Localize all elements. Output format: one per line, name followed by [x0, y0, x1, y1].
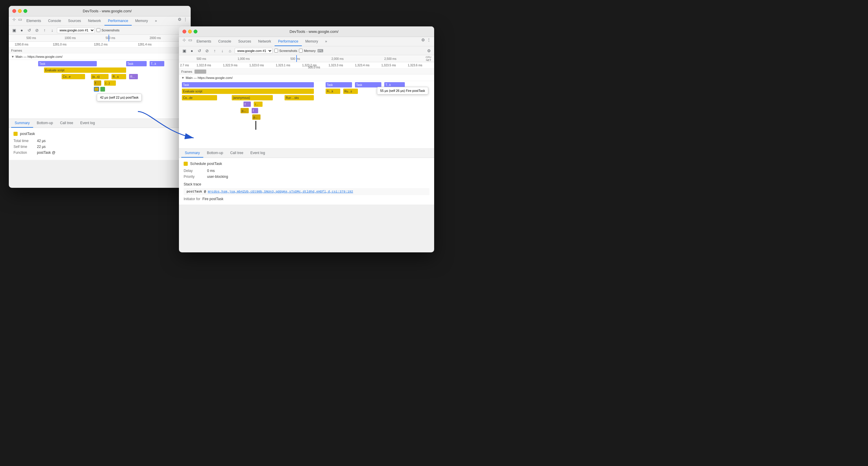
tab-sources-2[interactable]: Sources: [235, 37, 255, 46]
flame-chart-2[interactable]: Task Task Task T...k Evaluate script Fi.…: [179, 81, 434, 148]
maximize-button-2[interactable]: [194, 30, 197, 33]
tab-sources-1[interactable]: Sources: [65, 17, 85, 26]
close-button-2[interactable]: [182, 30, 186, 33]
url-select-2[interactable]: www.google.com #1: [235, 48, 273, 54]
small-vert-bar: [255, 121, 256, 130]
panel-icon-2[interactable]: ▣: [181, 48, 187, 54]
tab-calltree-1[interactable]: Call tree: [57, 119, 77, 128]
tooltip-1: 42 µs (self 22 µs) postTask: [97, 94, 142, 101]
initiator-row: Initiator for Fire postTask: [184, 197, 430, 201]
tab-calltree-2[interactable]: Call tree: [227, 149, 247, 157]
tab-performance-2[interactable]: Performance: [275, 37, 302, 46]
tab-elements-1[interactable]: Elements: [23, 17, 44, 26]
upload-icon[interactable]: ↑: [42, 27, 48, 33]
clear-icon-2[interactable]: ⊘: [204, 48, 210, 54]
tab-performance-1[interactable]: Performance: [104, 17, 132, 26]
cursor-icon-2[interactable]: ⊹: [181, 37, 187, 43]
ruler-label-500: 500 ms: [26, 36, 36, 39]
task-bar-main[interactable]: Task: [182, 82, 314, 87]
settings-icon-1[interactable]: ⚙: [177, 17, 182, 22]
tab-eventlog-1[interactable]: Event log: [76, 119, 98, 128]
maximize-button-1[interactable]: [24, 9, 27, 13]
record-icon-2[interactable]: ●: [189, 48, 195, 54]
minimize-button-1[interactable]: [18, 9, 22, 13]
p-bar-1[interactable]: p...: [241, 108, 249, 113]
screenshots-checkbox-1[interactable]: Screenshots: [96, 28, 119, 32]
flame-chart-1[interactable]: Task Task T...k Evaluate script Co...e (…: [9, 60, 191, 119]
code-bar-1[interactable]: Co...e: [62, 74, 85, 79]
clear-icon[interactable]: ⊘: [34, 27, 40, 33]
close-button-1[interactable]: [12, 9, 16, 13]
tab-memory-2[interactable]: Memory: [302, 37, 321, 46]
fi-bar[interactable]: Fi...k: [326, 89, 340, 94]
f-bar-2[interactable]: f: [244, 101, 251, 107]
tab-network-2[interactable]: Network: [255, 37, 275, 46]
evaluate-bar-2[interactable]: Evaluate script: [182, 89, 314, 94]
tab-memory-1[interactable]: Memory: [132, 17, 151, 26]
cursor-icon[interactable]: ⊹: [11, 17, 17, 22]
evaluate-bar-1[interactable]: Evaluate script: [44, 67, 126, 73]
detail-ruler-1: 1280.8 ms 1281.0 ms 1281.2 ms 1281.4 ms: [9, 42, 191, 48]
settings-icon-2[interactable]: ⚙: [420, 37, 426, 43]
stack-trace-link[interactable]: m=cdos,hsm,jsa,mb4ZUb,cEt90b,SNUn3,qddgK…: [208, 190, 353, 194]
bottom-tabs-1: Summary Bottom-up Call tree Event log: [9, 119, 191, 128]
run-bar-1[interactable]: R...s: [112, 74, 126, 79]
more-icon-1[interactable]: ⋮: [182, 17, 188, 22]
task-bar-2[interactable]: Task: [126, 61, 147, 66]
r2-2000: 2,000 ms: [332, 57, 343, 60]
bottom-tabs-2: Summary Bottom-up Call tree Event log: [179, 148, 434, 158]
minimize-button-2[interactable]: [188, 30, 192, 33]
dots-bar-1[interactable]: (...): [104, 80, 116, 86]
f-bar-1[interactable]: f: [94, 80, 101, 86]
perf-toolbar-1: ▣ ● ↺ ⊘ ↑ ↓ www.google.com #1 Screenshot…: [9, 26, 191, 35]
main-label-2: Main — https://www.google.com/: [186, 76, 232, 80]
tab-more-1[interactable]: »: [151, 17, 160, 26]
frames-bar: [194, 69, 206, 74]
tab-more-2[interactable]: »: [321, 37, 331, 46]
tab-bottomup-2[interactable]: Bottom-up: [203, 149, 226, 157]
download-icon-2[interactable]: ↓: [219, 48, 225, 54]
selected-bar-1[interactable]: [94, 87, 99, 92]
device-icon-2[interactable]: ▭: [187, 37, 193, 43]
delay-row: Delay 0 ms: [184, 169, 430, 173]
p-bar-2[interactable]: p...: [252, 114, 260, 120]
more-icon-2[interactable]: ⋮: [426, 37, 432, 43]
tab-network-1[interactable]: Network: [85, 17, 104, 26]
ru-bar[interactable]: Ru...s: [343, 89, 358, 94]
r-bar-2[interactable]: r...: [254, 101, 262, 107]
tab-eventlog-2[interactable]: Event log: [247, 149, 269, 157]
task-bar-2b[interactable]: Task: [326, 82, 352, 87]
url-select-1[interactable]: www.google.com #1: [57, 27, 95, 33]
r-bar-1[interactable]: R...: [129, 74, 138, 79]
tab-elements-2[interactable]: Elements: [193, 37, 215, 46]
titlebar-2: DevTools - www.google.com/: [179, 26, 434, 37]
tab-console-1[interactable]: Console: [44, 17, 65, 26]
memory-checkbox-2[interactable]: Memory: [299, 49, 316, 53]
device-icon[interactable]: ▭: [17, 17, 23, 22]
upload-icon-2[interactable]: ↑: [212, 48, 218, 54]
f-bar-3[interactable]: f: [252, 108, 258, 113]
green-bar-1[interactable]: [100, 87, 105, 92]
tab-bar-2: ⊹ ▭ Elements Console Sources Network Per…: [179, 37, 434, 47]
run-bar-2[interactable]: Run ...sks: [284, 95, 314, 100]
anon-bar-1[interactable]: (a...s): [91, 74, 108, 79]
screenshots-checkbox-2[interactable]: Screenshots: [274, 49, 297, 53]
tab-summary-2[interactable]: Summary: [181, 149, 203, 157]
settings-perf-icon-2[interactable]: ⚙: [426, 48, 432, 54]
refresh-icon-2[interactable]: ↺: [196, 48, 203, 54]
devtools-window-1: DevTools - www.google.com/ ⊹ ▭ Elements …: [9, 6, 191, 188]
task-bar-1[interactable]: Task: [38, 61, 97, 66]
download-icon[interactable]: ↓: [49, 27, 55, 33]
summary-panel-1: postTask Total time 42 µs Self time 22 µ…: [9, 128, 191, 160]
refresh-icon[interactable]: ↺: [26, 27, 32, 33]
tab-console-2[interactable]: Console: [215, 37, 235, 46]
keyboard-icon-2[interactable]: ⌨: [317, 48, 323, 54]
tab-summary-1[interactable]: Summary: [11, 119, 33, 128]
home-icon-2[interactable]: ⌂: [227, 48, 233, 54]
tab-bottomup-1[interactable]: Bottom-up: [33, 119, 56, 128]
panel-icon[interactable]: ▣: [11, 27, 17, 33]
anon-bar-2[interactable]: (anonymous): [232, 95, 273, 100]
task-bar-3[interactable]: T...k: [150, 61, 164, 66]
record-icon[interactable]: ●: [19, 27, 25, 33]
code-bar-2[interactable]: Co...de: [182, 95, 217, 100]
